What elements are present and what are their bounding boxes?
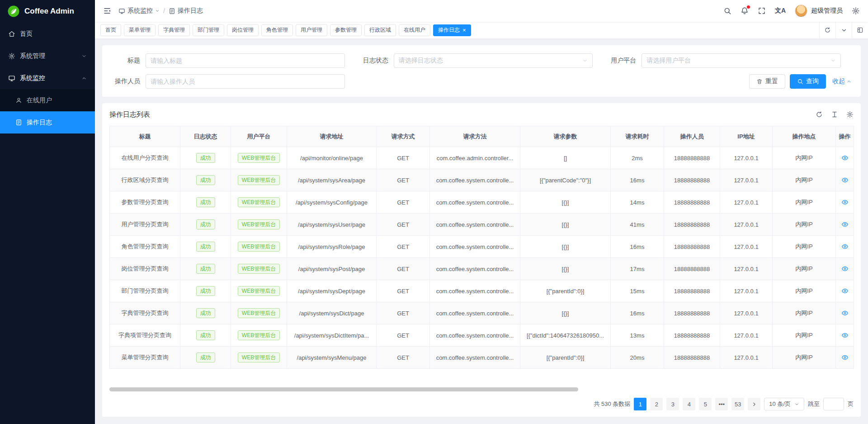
cell-request-url: /api/system/sysDictItem/pa... bbox=[287, 324, 377, 347]
cell-title: 字典项管理分页查询 bbox=[110, 324, 180, 347]
table-row: 岗位管理分页查询 成功 WEB管理后台 /api/system/sysPost/… bbox=[110, 258, 854, 280]
cell-status: 成功 bbox=[180, 169, 231, 191]
page-ellipsis[interactable]: ••• bbox=[715, 398, 728, 410]
view-detail-eye-icon[interactable] bbox=[841, 332, 849, 339]
cell-status: 成功 bbox=[180, 280, 231, 302]
cell-request-method: GET bbox=[377, 347, 430, 369]
platform-select[interactable]: 请选择用户平台 bbox=[642, 53, 841, 68]
layout-icon[interactable] bbox=[852, 22, 868, 38]
cell-ip: 127.0.0.1 bbox=[720, 258, 773, 280]
cell-request-url: /api/system/sysUser/page bbox=[287, 214, 377, 236]
sidebar-item-home[interactable]: 首页 bbox=[0, 23, 95, 45]
cell-operator: 18888888888 bbox=[664, 191, 720, 214]
cell-params: [{}] bbox=[520, 236, 611, 258]
page-button-3[interactable]: 3 bbox=[666, 398, 679, 410]
cell-location: 内网IP bbox=[773, 347, 836, 369]
cell-handler: com.coffee.system.controlle... bbox=[430, 280, 520, 302]
sidebar-item-operation-logs[interactable]: 操作日志 bbox=[0, 111, 95, 133]
view-detail-eye-icon[interactable] bbox=[841, 199, 849, 206]
cell-platform: WEB管理后台 bbox=[231, 324, 287, 347]
tab-item[interactable]: 字典管理 bbox=[158, 24, 190, 36]
tabs-dropdown-icon[interactable] bbox=[835, 22, 852, 38]
tab-item[interactable]: 菜单管理 bbox=[124, 24, 156, 36]
cell-ip: 127.0.0.1 bbox=[720, 280, 773, 302]
tab-close-icon[interactable]: × bbox=[462, 27, 466, 33]
tab-item[interactable]: 用户管理 bbox=[296, 24, 327, 36]
table-settings-gear-icon[interactable] bbox=[846, 111, 854, 118]
tab-item[interactable]: 参数管理 bbox=[330, 24, 362, 36]
tab-item[interactable]: 首页 bbox=[100, 24, 121, 36]
platform-badge: WEB管理后台 bbox=[238, 197, 280, 207]
chevron-right-icon bbox=[751, 401, 757, 407]
cell-operator: 18888888888 bbox=[664, 347, 720, 369]
sidebar-item-online-users[interactable]: 在线用户 bbox=[0, 89, 95, 111]
page-button-1[interactable]: 1 bbox=[634, 398, 646, 410]
top-header: 系统监控 / 操作日志 文A 超级管理员 bbox=[95, 0, 868, 22]
bell-icon[interactable] bbox=[741, 7, 749, 15]
cell-operator: 18888888888 bbox=[664, 324, 720, 347]
cell-platform: WEB管理后台 bbox=[231, 347, 287, 369]
title-input[interactable] bbox=[151, 57, 340, 64]
title-label: 标题 bbox=[109, 57, 146, 65]
page-button-2[interactable]: 2 bbox=[650, 398, 663, 410]
sidebar-item-system-management[interactable]: 系统管理 bbox=[0, 45, 95, 67]
page-button-4[interactable]: 4 bbox=[683, 398, 695, 410]
table-row: 在线用户分页查询 成功 WEB管理后台 /api/monitor/online/… bbox=[110, 147, 854, 169]
user-menu[interactable]: 超级管理员 bbox=[795, 5, 843, 17]
view-detail-eye-icon[interactable] bbox=[841, 310, 849, 317]
cell-handler: com.coffee.system.controlle... bbox=[430, 191, 520, 214]
tab-item[interactable]: 在线用户 bbox=[399, 24, 430, 36]
reset-button[interactable]: 重置 bbox=[749, 74, 785, 89]
log-list-card: 操作日志列表 标题日志状态用户平台请求地址请求方式请 bbox=[102, 103, 861, 417]
tab-item[interactable]: 行政区域 bbox=[364, 24, 396, 36]
status-select[interactable]: 请选择日志状态 bbox=[394, 53, 593, 68]
cell-request-method: GET bbox=[377, 191, 430, 214]
next-page-button[interactable] bbox=[748, 398, 760, 410]
view-detail-eye-icon[interactable] bbox=[841, 354, 849, 361]
search-button[interactable]: 查询 bbox=[790, 74, 826, 89]
column-height-icon[interactable] bbox=[831, 111, 838, 118]
cell-platform: WEB管理后台 bbox=[231, 302, 287, 324]
status-badge: 成功 bbox=[196, 286, 215, 296]
view-detail-eye-icon[interactable] bbox=[841, 154, 849, 162]
column-header: 操作地点 bbox=[773, 126, 836, 147]
translate-icon[interactable]: 文A bbox=[775, 7, 786, 15]
view-detail-eye-icon[interactable] bbox=[841, 265, 849, 272]
cell-platform: WEB管理后台 bbox=[231, 236, 287, 258]
cell-title: 字典管理分页查询 bbox=[110, 302, 180, 324]
table-row: 菜单管理分页查询 成功 WEB管理后台 /api/system/sysMenu/… bbox=[110, 347, 854, 369]
collapse-link[interactable]: 收起 bbox=[832, 77, 852, 86]
breadcrumb-item-monitor[interactable]: 系统监控 bbox=[118, 7, 160, 15]
cell-ip: 127.0.0.1 bbox=[720, 236, 773, 258]
cell-params: [{"dictId":140647326180950... bbox=[520, 324, 611, 347]
view-detail-eye-icon[interactable] bbox=[841, 176, 849, 184]
cell-request-url: /api/system/sysRole/page bbox=[287, 236, 377, 258]
operator-input[interactable] bbox=[151, 78, 340, 85]
sidebar-item-system-monitor[interactable]: 系统监控 bbox=[0, 67, 95, 89]
tab-item[interactable]: 岗位管理 bbox=[227, 24, 259, 36]
fullscreen-icon[interactable] bbox=[758, 7, 766, 15]
view-detail-eye-icon[interactable] bbox=[841, 287, 849, 295]
user-name: 超级管理员 bbox=[811, 7, 843, 15]
cell-title: 参数管理分页查询 bbox=[110, 191, 180, 214]
tab-item[interactable]: 角色管理 bbox=[261, 24, 293, 36]
view-detail-eye-icon[interactable] bbox=[841, 243, 849, 250]
horizontal-scrollbar-thumb[interactable] bbox=[109, 387, 578, 391]
cell-params: [{"parentId":0}] bbox=[520, 280, 611, 302]
search-icon[interactable] bbox=[723, 7, 731, 15]
tab-label: 行政区域 bbox=[369, 26, 391, 34]
jump-page-input[interactable] bbox=[823, 398, 844, 410]
settings-gear-icon[interactable] bbox=[852, 7, 860, 15]
cell-handler: com.coffee.system.controlle... bbox=[430, 324, 520, 347]
view-detail-eye-icon[interactable] bbox=[841, 221, 849, 228]
cell-location: 内网IP bbox=[773, 324, 836, 347]
page-button-53[interactable]: 53 bbox=[731, 398, 744, 410]
cell-request-method: GET bbox=[377, 236, 430, 258]
tab-item[interactable]: 部门管理 bbox=[193, 24, 224, 36]
page-size-select[interactable]: 10 条/页 bbox=[764, 398, 804, 410]
menu-fold-icon[interactable] bbox=[103, 7, 111, 15]
refresh-icon[interactable] bbox=[816, 111, 823, 118]
page-button-5[interactable]: 5 bbox=[699, 398, 712, 410]
tab-item[interactable]: 操作日志 × bbox=[433, 24, 471, 36]
refresh-tab-icon[interactable] bbox=[819, 22, 835, 38]
